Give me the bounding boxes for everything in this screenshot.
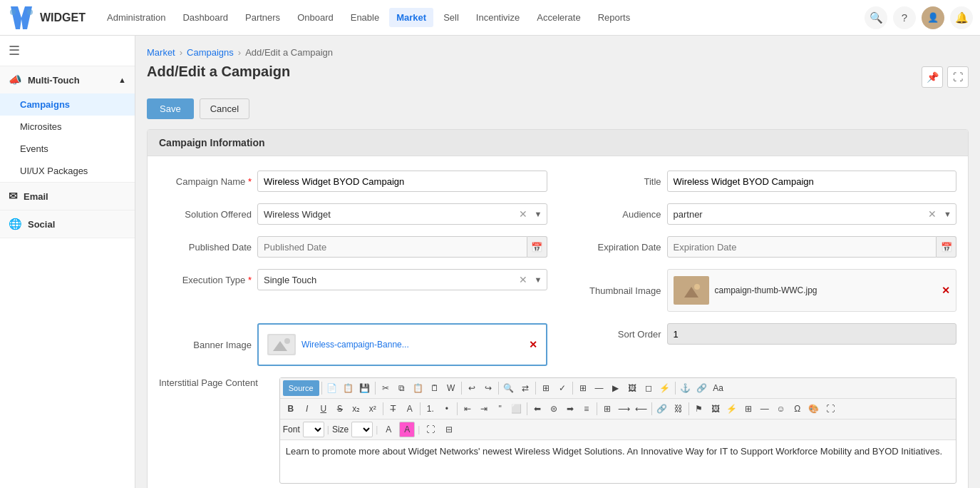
style-button[interactable]: 🎨 [806,401,822,417]
media-button[interactable]: ▶ [608,380,624,396]
format-button[interactable]: Aa [711,380,726,396]
audience-arrow-icon[interactable]: ▼ [939,210,956,218]
strikethrough-button[interactable]: S̶ [332,401,348,417]
execution-type-select[interactable]: Single Touch ✕ ▼ [257,269,547,290]
maximize-editor-button[interactable]: ⛶ [423,422,438,437]
nav-incentivize[interactable]: Incentivize [469,8,527,27]
italic-button[interactable]: I [299,401,315,417]
smiley-button[interactable]: ☺ [773,401,789,417]
create-div-button[interactable]: ⬜ [509,401,525,417]
bidi-rtl-button[interactable]: ⟵ [633,401,649,417]
nav-administration[interactable]: Administration [100,8,172,27]
ordered-list-button[interactable]: 1. [423,401,438,417]
title-input[interactable] [667,171,957,192]
show-blocks-button-2[interactable]: ⊟ [441,422,457,437]
find-button[interactable]: 🔍 [501,380,517,396]
nav-accelerate[interactable]: Accelerate [530,8,587,27]
select-all-button[interactable]: ⊞ [538,380,554,396]
flash-button-2[interactable]: ⚡ [724,401,740,417]
image-button[interactable]: 🖼 [624,380,640,396]
indent-button[interactable]: ⇥ [476,401,492,417]
link-button[interactable]: 🔗 [694,380,710,396]
expiration-date-input[interactable] [667,236,937,258]
sidebar-social-header[interactable]: 🌐 Social [0,210,135,238]
link-button-2[interactable]: 🔗 [654,401,670,417]
avatar[interactable]: 👤 [922,6,944,29]
banner-remove-button[interactable]: ✕ [529,339,537,350]
nav-reports[interactable]: Reports [591,8,638,27]
sidebar-item-events[interactable]: Events [0,138,135,160]
remove-format-button[interactable]: T̶ [386,401,401,417]
underline-button[interactable]: U [316,401,331,417]
new-document-button[interactable]: 📄 [324,380,340,396]
sidebar-item-ui-ux-packages[interactable]: UI/UX Packages [0,160,135,182]
blockquote-button[interactable]: " [492,401,508,417]
sidebar-item-microsites[interactable]: Microsites [0,116,135,138]
sidebar-item-campaigns[interactable]: Campaigns [0,93,135,116]
audience-clear-icon[interactable]: ✕ [925,208,939,220]
nav-dashboard[interactable]: Dashboard [175,8,235,27]
table-button-2[interactable]: ⊞ [741,401,756,417]
solution-offered-select[interactable]: Wireless Widget ✕ ▼ [257,203,547,225]
published-date-input[interactable] [257,236,527,258]
paste-word-button[interactable]: W [443,380,459,396]
copy-button[interactable]: ⧉ [394,380,410,396]
nav-sell[interactable]: Sell [436,8,466,27]
iframe-button[interactable]: ◻ [641,380,656,396]
font-color-button[interactable]: A [402,401,418,417]
help-button[interactable]: ? [893,6,916,29]
maximize-button[interactable]: ⛶ [822,401,838,417]
save-button[interactable]: Save [147,98,194,119]
unlink-button[interactable]: ⛓ [671,401,686,417]
execution-type-clear-icon[interactable]: ✕ [516,274,530,285]
sidebar-multi-touch-header[interactable]: 📣 Multi-Touch ▲ [0,66,135,93]
undo-button[interactable]: ↩ [464,380,480,396]
nav-market[interactable]: Market [389,8,433,27]
flag-button[interactable]: ⚑ [691,401,707,417]
sidebar-email-header[interactable]: ✉ Email [0,183,135,210]
show-blocks-button[interactable]: ⊞ [599,401,615,417]
unordered-list-button[interactable]: • [439,401,455,417]
align-center-button[interactable]: ⊜ [546,401,562,417]
logo[interactable]: WIDGET [7,5,86,31]
anchor-button[interactable]: ⚓ [678,380,693,396]
paste-plain-button[interactable]: 🗒 [427,380,443,396]
align-left-button[interactable]: ⬅ [530,401,545,417]
source-button[interactable]: Source [283,380,319,396]
expiration-date-calendar-button[interactable]: 📅 [937,236,956,258]
align-right-button[interactable]: ➡ [562,401,578,417]
cut-button[interactable]: ✂ [378,380,393,396]
solution-offered-arrow-icon[interactable]: ▼ [530,210,547,218]
image-button-2[interactable]: 🖼 [708,401,723,417]
thumbnail-remove-button[interactable]: ✕ [942,285,950,296]
campaign-name-input[interactable] [257,171,547,192]
bold-button[interactable]: B [283,401,299,417]
execution-type-arrow-icon[interactable]: ▼ [530,275,547,284]
nav-onboard[interactable]: Onboard [290,8,341,27]
superscript-button[interactable]: x² [365,401,381,417]
horizontal-rule-button[interactable]: — [592,380,607,396]
bg-color-picker[interactable]: A [399,422,415,437]
flash-button[interactable]: ⚡ [657,380,673,396]
bidi-ltr-button[interactable]: ⟶ [616,401,632,417]
special-char-button[interactable]: Ω [790,401,805,417]
audience-select[interactable]: partner ✕ ▼ [667,203,957,225]
breadcrumb-market[interactable]: Market [147,47,175,58]
editor-content-area[interactable]: Learn to promote more about Widget Netwo… [280,440,956,483]
find-replace-button[interactable]: ⇄ [517,380,533,396]
table-button[interactable]: ⊞ [575,380,591,396]
font-select[interactable] [303,422,324,437]
published-date-calendar-button[interactable]: 📅 [527,236,547,258]
save-editor-button[interactable]: 💾 [357,380,373,396]
notifications-button[interactable]: 🔔 [950,6,973,29]
size-select[interactable] [351,422,373,437]
redo-button[interactable]: ↪ [480,380,496,396]
nav-enable[interactable]: Enable [344,8,386,27]
expand-button[interactable]: ⛶ [947,66,969,88]
outdent-button[interactable]: ⇤ [460,401,475,417]
pin-button[interactable]: 📌 [922,66,943,88]
sidebar-toggle[interactable]: ☰ [0,36,135,66]
templates-button[interactable]: 📋 [341,380,356,396]
nav-partners[interactable]: Partners [238,8,287,27]
align-justify-button[interactable]: ≡ [579,401,594,417]
